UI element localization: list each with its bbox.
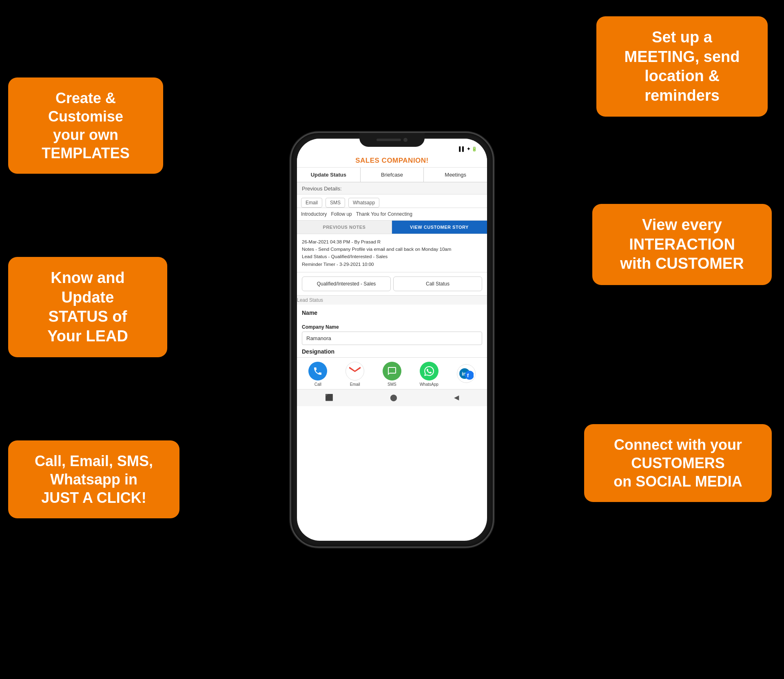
signal-icons: ▌▌ ✦ 🔋 [459, 146, 477, 152]
callout-status-line2: STATUS of [23, 307, 153, 327]
template-thankyou[interactable]: Thank You for Connecting [356, 211, 412, 217]
callout-meeting-line2: MEETING, send [611, 47, 753, 67]
previous-details-label: Previous Details: [297, 182, 487, 195]
tab-update-status[interactable]: Update Status [297, 168, 361, 182]
callout-status-line3: Your LEAD [23, 327, 153, 346]
tab-briefcase[interactable]: Briefcase [361, 168, 424, 182]
status-buttons-row: Qualified/Interested - Sales Call Status [297, 272, 487, 296]
callout-templates-line3: TEMPLATES [23, 144, 148, 162]
nav-home-icon[interactable]: ⬤ [390, 394, 397, 401]
email-tab[interactable]: Email [301, 198, 322, 208]
callout-interaction-line3: with CUSTOMER [607, 254, 757, 274]
svg-point-3 [465, 371, 474, 380]
template-followup[interactable]: Follow up [331, 211, 352, 217]
social-media-action[interactable]: in f [457, 364, 476, 385]
notes-content: 26-Mar-2021 04:38 PM - By Prasad R Notes… [297, 234, 487, 273]
sms-label: SMS [388, 382, 396, 387]
company-field-group: Company Name Designation [297, 320, 487, 357]
volume-up-button [290, 223, 291, 247]
name-field-label: Name [302, 309, 482, 318]
action-bar: Call Email [297, 357, 487, 389]
email-action[interactable]: Email [345, 362, 364, 387]
callout-interaction-line2: INTERACTION [607, 235, 757, 254]
nav-square-icon[interactable]: ⬛ [325, 394, 333, 401]
callout-social: Connect with your CUSTOMERS on SOCIAL ME… [584, 424, 772, 502]
whatsapp-label: WhatsApp [420, 382, 439, 387]
callout-click: Call, Email, SMS, Whatsapp in JUST A CLI… [8, 440, 179, 518]
designation-label: Designation [302, 347, 482, 356]
app-header: SALES COMPANION! [297, 153, 487, 168]
lead-status-label: Lead Status [297, 296, 487, 305]
svg-text:f: f [467, 372, 469, 378]
callout-social-line3: on SOCIAL MEDIA [599, 472, 757, 491]
view-customer-story-button[interactable]: VIEW CUSTOMER STORY [392, 221, 487, 234]
call-icon [308, 362, 327, 380]
volume-down-button [290, 253, 291, 278]
phone-notch [359, 133, 425, 147]
sms-action[interactable]: SMS [383, 362, 401, 387]
notes-header: PREVIOUS NOTES VIEW CUSTOMER STORY [297, 221, 487, 234]
note-text: 26-Mar-2021 04:38 PM - By Prasad R Notes… [302, 239, 451, 267]
previous-notes-button[interactable]: PREVIOUS NOTES [297, 221, 392, 234]
callout-interaction-line1: View every [607, 215, 757, 235]
callout-social-line2: CUSTOMERS [599, 454, 757, 472]
callout-click-line3: JUST A CLICK! [23, 489, 165, 507]
android-nav-bar: ⬛ ⬤ ◀ [297, 389, 487, 406]
sms-tab[interactable]: SMS [326, 198, 345, 208]
call-label: Call [314, 382, 321, 387]
company-name-label: Company Name [302, 323, 482, 332]
phone-screen: ▌▌ ✦ 🔋 SALES COMPANION! Update Status Br… [297, 139, 487, 541]
qualified-interested-button[interactable]: Qualified/Interested - Sales [302, 276, 391, 291]
name-field-group: Name [297, 306, 487, 320]
callout-meeting: Set up a MEETING, send location & remind… [596, 16, 768, 117]
tab-meetings[interactable]: Meetings [424, 168, 487, 182]
callout-templates-line2: your own [23, 126, 148, 144]
callout-click-line1: Call, Email, SMS, [23, 452, 165, 470]
callout-templates-line1: Create & Customise [23, 89, 148, 126]
nav-back-icon[interactable]: ◀ [454, 394, 459, 401]
social-media-icon: in f [457, 364, 476, 383]
template-tabs: Introductory Follow up Thank You for Con… [297, 208, 487, 221]
sms-icon [383, 362, 401, 380]
main-tabs: Update Status Briefcase Meetings [297, 168, 487, 182]
whatsapp-tab[interactable]: Whatsapp [348, 198, 379, 208]
callout-meeting-line3: location & reminders [611, 66, 753, 105]
communication-tabs: Email SMS Whatsapp [297, 195, 487, 208]
whatsapp-icon [420, 362, 439, 380]
callout-status: Know and Update STATUS of Your LEAD [8, 257, 167, 357]
call-status-button[interactable]: Call Status [393, 276, 482, 291]
speaker-grille [376, 139, 401, 141]
callout-social-line1: Connect with your [599, 436, 757, 454]
front-camera [403, 138, 408, 142]
email-icon [345, 362, 364, 380]
callout-interaction: View every INTERACTION with CUSTOMER [592, 204, 772, 285]
app-title: SALES COMPANION! [355, 157, 429, 164]
phone-device: ▌▌ ✦ 🔋 SALES COMPANION! Update Status Br… [290, 132, 494, 548]
call-action[interactable]: Call [308, 362, 327, 387]
phone-wrapper: ▌▌ ✦ 🔋 SALES COMPANION! Update Status Br… [290, 132, 494, 548]
mute-button [290, 198, 291, 215]
power-button [493, 215, 494, 243]
company-name-input[interactable] [302, 332, 482, 345]
callout-meeting-line1: Set up a [611, 28, 753, 47]
callout-templates: Create & Customise your own TEMPLATES [8, 77, 163, 174]
whatsapp-action[interactable]: WhatsApp [420, 362, 439, 387]
callout-click-line2: Whatsapp in [23, 470, 165, 489]
template-introductory[interactable]: Introductory [301, 211, 327, 217]
email-label: Email [350, 382, 360, 387]
callout-status-line1: Know and Update [23, 268, 153, 307]
